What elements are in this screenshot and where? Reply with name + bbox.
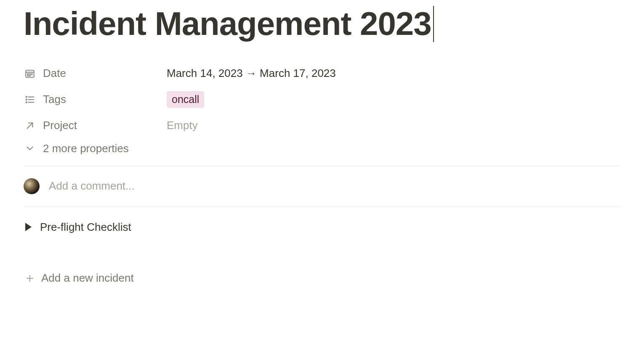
property-label-text: Date <box>43 67 66 80</box>
property-value-tags[interactable]: oncall <box>167 91 204 108</box>
svg-point-9 <box>26 99 27 100</box>
tag-pill-oncall[interactable]: oncall <box>167 91 204 108</box>
more-properties-label: 2 more properties <box>43 142 129 155</box>
svg-point-2 <box>27 74 28 74</box>
add-incident-label: Add a new incident <box>41 272 134 285</box>
svg-point-3 <box>29 74 30 74</box>
more-properties-toggle[interactable]: 2 more properties <box>24 139 620 166</box>
toggle-preflight[interactable]: Pre-flight Checklist <box>24 206 620 234</box>
comment-row[interactable]: Add a comment... <box>24 166 620 206</box>
svg-point-7 <box>26 96 27 97</box>
property-row-date[interactable]: Date March 14, 2023 → March 17, 2023 <box>24 61 620 87</box>
page-container: Incident Management 2023 Date <box>0 0 644 301</box>
svg-point-5 <box>27 75 28 76</box>
property-row-tags[interactable]: Tags oncall <box>24 87 620 113</box>
property-row-project[interactable]: Project Empty <box>24 113 620 139</box>
svg-point-11 <box>26 102 27 103</box>
property-label-project: Project <box>24 119 167 132</box>
property-label-tags: Tags <box>24 93 167 106</box>
page-title[interactable]: Incident Management 2023 <box>24 6 434 42</box>
svg-line-13 <box>27 123 33 128</box>
arrow-up-right-icon <box>24 120 36 131</box>
properties-block: Date March 14, 2023 → March 17, 2023 T <box>24 61 620 166</box>
triangle-right-icon <box>25 223 32 231</box>
property-label-text: Tags <box>43 93 66 106</box>
svg-point-4 <box>32 74 32 74</box>
svg-point-6 <box>29 75 30 76</box>
list-icon <box>24 94 36 106</box>
chevron-down-icon <box>24 143 36 154</box>
property-label-text: Project <box>43 119 77 132</box>
calendar-icon <box>24 68 36 79</box>
property-label-date: Date <box>24 67 167 80</box>
toggle-label: Pre-flight Checklist <box>40 221 131 234</box>
comment-input[interactable]: Add a comment... <box>49 179 135 193</box>
add-incident-button[interactable]: ＋ Add a new incident <box>24 234 620 285</box>
plus-icon: ＋ <box>24 272 36 284</box>
property-value-date[interactable]: March 14, 2023 → March 17, 2023 <box>167 67 336 80</box>
avatar <box>24 178 40 194</box>
property-value-project[interactable]: Empty <box>167 119 198 132</box>
